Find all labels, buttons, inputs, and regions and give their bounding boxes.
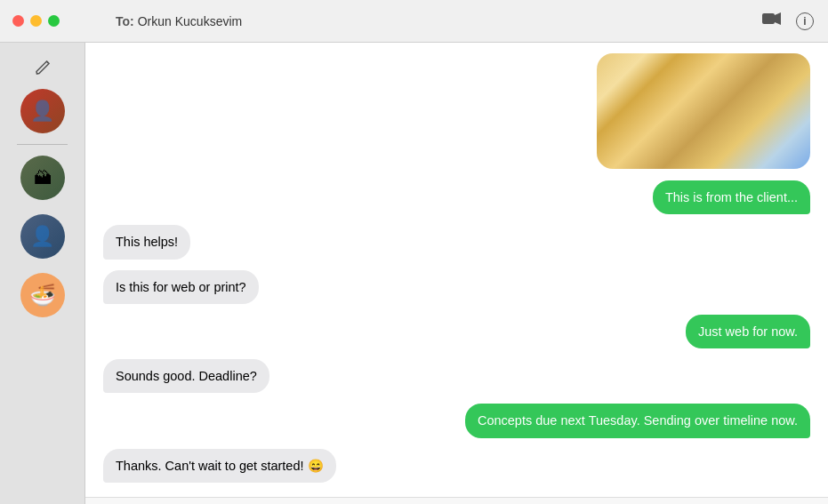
contact-list: 👤 🏔 👤 🍜 [0,82,84,324]
message-bubble-sent: Just web for now. [686,315,810,348]
message-text: Thanks. Can't wait to get started! 😄 [116,459,324,473]
message-bubble-sent: This is from the client... [653,180,810,214]
message-text: This helps! [116,235,178,249]
table-row: Is this for web or print? [103,270,810,304]
message-bubble-received: Thanks. Can't wait to get started! 😄 [103,449,336,483]
video-call-icon[interactable] [762,12,782,30]
table-row: Sounds good. Deadline? [103,359,810,393]
chat-image [597,53,810,169]
message-text: Is this for web or print? [116,280,246,294]
main-panel: This is from the client... This helps! I… [85,43,828,504]
close-button[interactable] [12,15,24,27]
message-bubble-received: Is this for web or print? [103,270,259,304]
traffic-lights [0,15,60,27]
minimize-button[interactable] [30,15,42,27]
message-text: Sounds good. Deadline? [116,369,257,383]
message-text: Just web for now. [698,324,798,339]
message-text: This is from the client... [665,190,798,204]
svg-marker-1 [775,12,781,25]
info-icon[interactable]: i [796,12,814,30]
message-bubble-received: Sounds good. Deadline? [103,359,269,393]
input-bar: A 🙂 [85,497,828,504]
message-text: Concepts due next Tuesday. Sending over … [478,413,798,428]
sidebar-contact-4[interactable]: 🍜 [20,273,65,317]
table-row: Just web for now. [103,315,810,348]
svg-rect-0 [762,13,775,24]
hair-photo [597,53,810,169]
message-bubble-sent: Concepts due next Tuesday. Sending over … [465,404,810,437]
table-row: Thanks. Can't wait to get started! 😄 [103,449,810,483]
table-row: Concepts due next Tuesday. Sending over … [103,404,810,437]
sidebar-divider [17,144,68,145]
table-row: This helps! [103,225,810,259]
compose-button[interactable] [28,53,57,82]
recipient-header: To: Orkun Kucuksevim [116,14,242,28]
sidebar-contact-2[interactable]: 🏔 [20,156,65,200]
sidebar-contact-1[interactable]: 👤 [20,89,65,133]
titlebar-actions: i [762,12,814,30]
titlebar: To: Orkun Kucuksevim i [0,0,828,43]
table-row: This is from the client... [103,180,810,214]
fullscreen-button[interactable] [48,15,60,27]
recipient-name: Orkun Kucuksevim [138,14,242,28]
image-message [103,53,810,169]
message-bubble-received: This helps! [103,225,190,259]
to-label: To: [116,14,134,28]
chat-area: This is from the client... This helps! I… [85,43,828,497]
sidebar-contact-3[interactable]: 👤 [20,214,65,259]
sidebar: 👤 🏔 👤 🍜 [0,0,85,504]
